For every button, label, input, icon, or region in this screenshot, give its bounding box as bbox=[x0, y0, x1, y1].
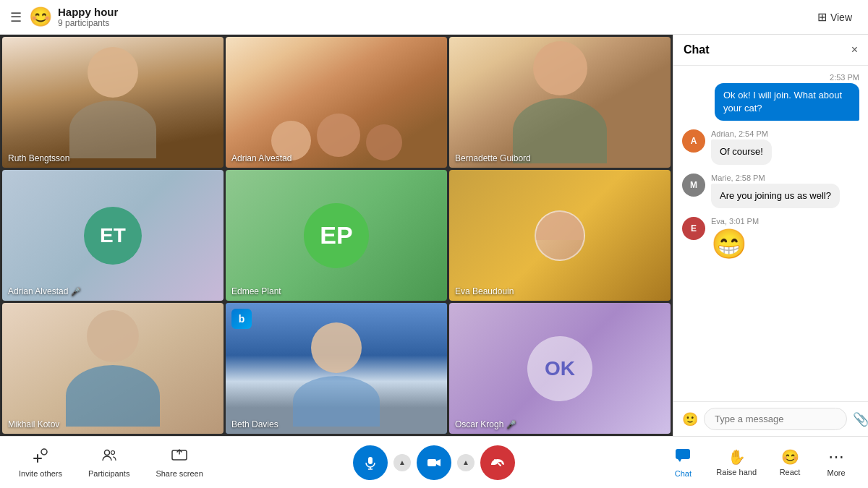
oscar-bg: OK bbox=[449, 303, 671, 434]
share-screen-button[interactable]: Share screen bbox=[151, 445, 207, 481]
header: ☰ 😊 Happy hour 9 participants ⊞ View bbox=[0, 0, 868, 35]
svg-point-3 bbox=[104, 450, 109, 455]
msg-avatar-adrian: A bbox=[682, 129, 705, 153]
video-cell-oscar: OK Oscar Krogh 🎤 bbox=[449, 303, 671, 434]
muted-icon-oscar: 🎤 bbox=[506, 420, 516, 429]
video-cell-ruth: Ruth Bengtsson bbox=[2, 37, 224, 168]
msg-meta-adrian: Adrian, 2:54 PM bbox=[711, 129, 772, 138]
participant-name-adrian: Adrian Alvestad bbox=[231, 153, 292, 163]
toolbar-left: Invite others Participants Share scree bbox=[14, 445, 208, 481]
toolbar-center: ▲ ▲ bbox=[353, 445, 515, 480]
et-bg: ET bbox=[2, 170, 224, 301]
msg-time-1: 2:53 PM bbox=[830, 73, 859, 82]
raise-hand-icon: ✋ bbox=[728, 448, 746, 466]
ep-bg: EP bbox=[226, 170, 447, 301]
meeting-emoji: 😊 bbox=[29, 6, 52, 28]
chat-messages: 2:53 PM Ok ok! I will join. What about y… bbox=[673, 66, 868, 401]
chat-label: Chat bbox=[675, 469, 692, 478]
msg-emoji-eva: 😁 bbox=[711, 227, 759, 261]
msg-avatar-marie: M bbox=[682, 174, 705, 197]
participant-count: 9 participants bbox=[58, 18, 118, 28]
share-screen-label: Share screen bbox=[156, 469, 203, 478]
video-cell-beth: b Beth Davies bbox=[226, 303, 447, 434]
more-button[interactable]: ⋯ More bbox=[819, 445, 854, 480]
participants-button[interactable]: Participants bbox=[84, 445, 134, 481]
mic-chevron-button[interactable]: ▲ bbox=[393, 454, 411, 471]
chat-panel: Chat × 2:53 PM Ok ok! I will join. What … bbox=[673, 35, 868, 436]
attach-button[interactable]: 📎 bbox=[851, 410, 868, 429]
msg-meta-marie: Marie, 2:58 PM bbox=[711, 174, 840, 182]
main-content: Ruth Bengtsson Adrian Alvestad bbox=[0, 35, 868, 436]
participants-label: Participants bbox=[88, 469, 129, 478]
participant-name-ep: Edmee Plant bbox=[231, 286, 281, 296]
meeting-title: Happy hour bbox=[58, 6, 118, 18]
svg-point-4 bbox=[111, 450, 114, 454]
et-avatar: ET bbox=[84, 207, 142, 265]
participant-name-eva: Eva Beaudouin bbox=[455, 286, 514, 296]
msg-meta-eva: Eva, 3:01 PM bbox=[711, 217, 759, 226]
view-label: View bbox=[830, 12, 852, 23]
ep-avatar: EP bbox=[304, 203, 369, 268]
chat-header: Chat × bbox=[673, 35, 868, 66]
more-icon: ⋯ bbox=[828, 448, 845, 466]
react-label: React bbox=[780, 468, 801, 476]
participant-name-bernadette: Bernadette Guibord bbox=[455, 153, 531, 163]
chat-input[interactable] bbox=[704, 408, 847, 430]
msg-avatar-eva: E bbox=[682, 217, 705, 240]
participant-name-et: Adrian Alvestad 🎤 bbox=[8, 286, 81, 296]
beth-photo: b bbox=[226, 303, 447, 434]
toolbar-right: Chat ✋ Raise hand 😊 React ⋯ More bbox=[665, 445, 854, 481]
share-screen-icon bbox=[171, 448, 187, 467]
bottom-toolbar: Invite others Participants Share scree bbox=[0, 436, 868, 488]
video-chevron-button[interactable]: ▲ bbox=[457, 454, 475, 471]
more-label: More bbox=[827, 468, 845, 477]
participant-name-beth: Beth Davies bbox=[231, 419, 278, 429]
chat-input-area: 🙂 📎 ⋯ bbox=[673, 401, 868, 436]
svg-rect-11 bbox=[676, 449, 690, 459]
raise-hand-button[interactable]: ✋ Raise hand bbox=[712, 445, 761, 479]
ruth-photo bbox=[2, 37, 224, 168]
react-icon: 😊 bbox=[781, 448, 799, 466]
raise-hand-label: Raise hand bbox=[716, 468, 757, 476]
video-cell-bernadette: Bernadette Guibord bbox=[449, 37, 671, 168]
end-call-button[interactable] bbox=[480, 445, 515, 480]
muted-icon-et: 🎤 bbox=[71, 287, 81, 296]
invite-others-button[interactable]: Invite others bbox=[14, 445, 67, 481]
bernadette-photo bbox=[449, 37, 671, 168]
video-grid: Ruth Bengtsson Adrian Alvestad bbox=[0, 35, 673, 436]
invite-label: Invite others bbox=[19, 469, 62, 478]
svg-point-2 bbox=[41, 449, 47, 455]
msg-bubble-1: Ok ok! I will join. What about your cat? bbox=[715, 83, 859, 121]
react-button[interactable]: 😊 React bbox=[773, 445, 807, 479]
message-eva: E Eva, 3:01 PM 😁 bbox=[682, 217, 859, 261]
message-own-1: 2:53 PM Ok ok! I will join. What about y… bbox=[682, 73, 859, 121]
msg-bubble-marie: Are you joining us as well? bbox=[711, 184, 840, 208]
eva-bg bbox=[449, 170, 671, 301]
msg-bubble-adrian: Of course! bbox=[711, 140, 772, 164]
svg-rect-1 bbox=[37, 454, 38, 463]
oscar-avatar: OK bbox=[527, 336, 592, 401]
menu-icon[interactable]: ☰ bbox=[10, 9, 22, 25]
mic-button[interactable] bbox=[353, 445, 388, 480]
adrian-photo bbox=[226, 37, 447, 168]
participant-name-oscar: Oscar Krogh 🎤 bbox=[455, 419, 516, 429]
svg-rect-9 bbox=[427, 459, 436, 466]
meeting-info: Happy hour 9 participants bbox=[58, 6, 118, 28]
participant-name-ruth: Ruth Bengtsson bbox=[8, 153, 69, 163]
invite-icon bbox=[33, 448, 48, 467]
chat-toggle-button[interactable]: Chat bbox=[665, 445, 700, 481]
msg-content-marie: Marie, 2:58 PM Are you joining us as wel… bbox=[711, 174, 840, 208]
video-cell-eva: Eva Beaudouin bbox=[449, 170, 671, 301]
msg-content-adrian: Adrian, 2:54 PM Of course! bbox=[711, 129, 772, 164]
message-marie: M Marie, 2:58 PM Are you joining us as w… bbox=[682, 174, 859, 208]
msg-content-eva: Eva, 3:01 PM 😁 bbox=[711, 217, 759, 261]
mikhail-photo bbox=[2, 303, 224, 434]
video-cell-ep: EP Edmee Plant bbox=[226, 170, 447, 301]
svg-rect-6 bbox=[368, 457, 373, 464]
video-button[interactable] bbox=[417, 445, 451, 480]
video-cell-adrian: Adrian Alvestad bbox=[226, 37, 447, 168]
chat-close-button[interactable]: × bbox=[851, 43, 858, 56]
view-button[interactable]: ⊞ View bbox=[812, 7, 858, 27]
emoji-picker-button[interactable]: 🙂 bbox=[681, 410, 699, 429]
chat-icon bbox=[675, 448, 691, 467]
